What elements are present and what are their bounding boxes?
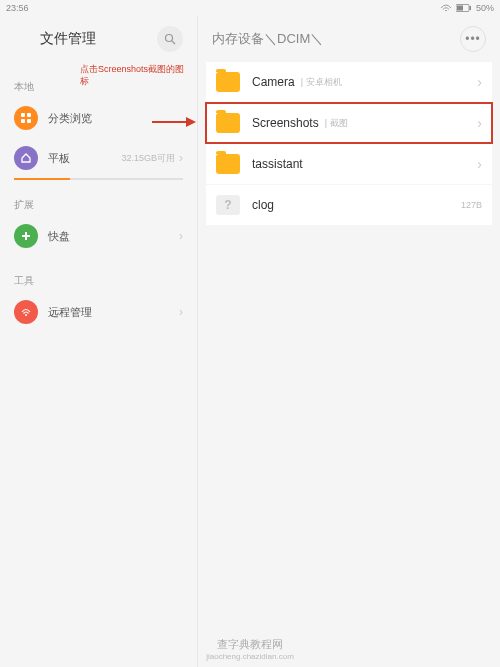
app-title: 文件管理 <box>40 30 157 48</box>
chevron-right-icon: › <box>477 74 482 90</box>
chevron-right-icon: › <box>477 115 482 131</box>
folder-icon <box>216 154 240 174</box>
svg-marker-10 <box>186 117 196 127</box>
storage-meta: 32.15GB可用 <box>121 152 175 165</box>
file-name: tassistant <box>252 157 303 171</box>
search-button[interactable] <box>157 26 183 52</box>
svg-rect-5 <box>21 113 25 117</box>
file-name: Camera <box>252 75 295 89</box>
svg-rect-6 <box>27 113 31 117</box>
status-time: 23:56 <box>6 3 29 13</box>
plus-icon <box>14 224 38 248</box>
file-row[interactable]: tassistant› <box>206 144 492 184</box>
svg-point-13 <box>25 314 27 316</box>
status-right: 50% <box>440 3 494 13</box>
file-icon: ? <box>216 195 240 215</box>
more-icon: ••• <box>465 32 481 46</box>
svg-line-4 <box>172 41 175 44</box>
file-meta: 127B <box>461 200 482 210</box>
main-panel: 内存设备＼DCIM＼ ••• Camera| 安卓相机›Screenshots|… <box>198 16 500 667</box>
sidebar-item-label: 远程管理 <box>48 305 175 320</box>
sidebar: 文件管理 点击Screenshots截图的图标 本地 分类浏览 平板 32.15… <box>0 16 198 667</box>
breadcrumb[interactable]: 内存设备＼DCIM＼ <box>212 30 460 48</box>
svg-point-3 <box>166 35 173 42</box>
sidebar-item-tablet[interactable]: 平板 32.15GB可用 › <box>0 138 197 178</box>
svg-rect-2 <box>469 6 471 10</box>
annotation-arrow <box>152 114 196 134</box>
svg-rect-7 <box>21 119 25 123</box>
file-list: Camera| 安卓相机›Screenshots| 截图›tassistant›… <box>198 62 500 226</box>
file-row[interactable]: ?clog127B <box>206 185 492 225</box>
search-icon <box>164 33 176 45</box>
chevron-right-icon: › <box>179 305 183 319</box>
annotation-note: 点击Screenshots截图的图标 <box>80 64 190 87</box>
watermark: 查字典教程网 jiaocheng.chazidian.com <box>0 637 500 661</box>
file-sub: | 安卓相机 <box>301 76 342 89</box>
chevron-right-icon: › <box>477 156 482 172</box>
grid-icon <box>14 106 38 130</box>
svg-rect-8 <box>27 119 31 123</box>
file-sub: | 截图 <box>325 117 348 130</box>
watermark-main: 查字典教程网 <box>0 637 500 652</box>
chevron-right-icon: › <box>179 151 183 165</box>
sidebar-item-remote[interactable]: 远程管理 › <box>0 292 197 332</box>
sidebar-item-label: 平板 <box>48 151 121 166</box>
sidebar-item-fastdisk[interactable]: 快盘 › <box>0 216 197 256</box>
file-name: Screenshots <box>252 116 319 130</box>
section-tools: 工具 <box>0 256 197 292</box>
svg-rect-1 <box>457 6 463 11</box>
watermark-sub: jiaocheng.chazidian.com <box>0 652 500 661</box>
chevron-right-icon: › <box>179 229 183 243</box>
folder-icon <box>216 72 240 92</box>
file-name: clog <box>252 198 274 212</box>
wifi-icon <box>14 300 38 324</box>
battery-icon <box>456 4 472 12</box>
status-battery: 50% <box>476 3 494 13</box>
more-button[interactable]: ••• <box>460 26 486 52</box>
sidebar-item-label: 快盘 <box>48 229 175 244</box>
file-row[interactable]: Screenshots| 截图› <box>206 103 492 143</box>
file-row[interactable]: Camera| 安卓相机› <box>206 62 492 102</box>
folder-icon <box>216 113 240 133</box>
home-icon <box>14 146 38 170</box>
wifi-icon <box>440 4 452 12</box>
section-extension: 扩展 <box>0 180 197 216</box>
